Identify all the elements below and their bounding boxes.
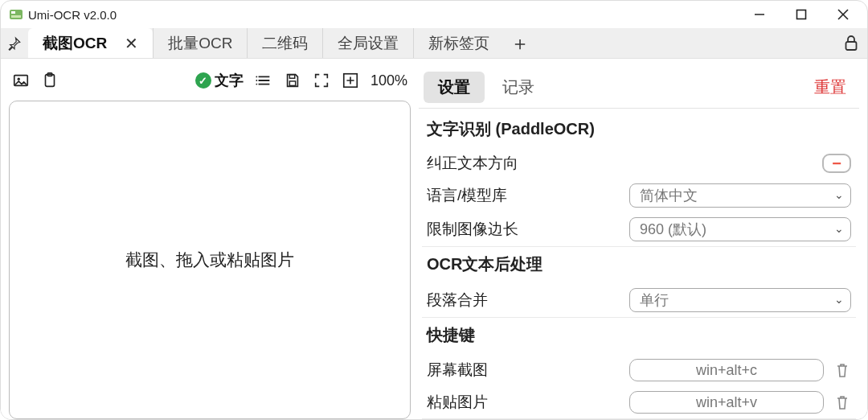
drop-area[interactable]: 截图、拖入或粘贴图片 [9,101,411,419]
chevron-down-icon: ⌄ [834,188,844,201]
drop-hint: 截图、拖入或粘贴图片 [125,249,294,271]
section-hotkey: 快捷键 [422,317,856,354]
reset-button[interactable]: 重置 [814,76,854,98]
left-panel: ✓ 文字 100% 截图、拖入或粘贴图片 [9,67,411,419]
section-after: 识图后的操作 [422,418,856,419]
subtab-settings[interactable]: 设置 [424,72,485,103]
orientation-label: 纠正文本方向 [427,153,620,174]
result-mode-button[interactable]: ✓ 文字 [195,71,244,90]
tab-screenshot-ocr[interactable]: 截图OCR ✕ [28,28,153,58]
check-icon: ✓ [195,72,211,89]
zoom-percent[interactable]: 100% [371,72,407,89]
minimize-button[interactable] [739,2,780,27]
language-label: 语言/模型库 [427,185,620,206]
svg-point-16 [256,80,257,81]
clipboard-icon[interactable] [41,72,59,89]
screenshot-hotkey-input[interactable]: win+alt+c [629,359,824,381]
language-value: 简体中文 [640,186,698,205]
fullscreen-icon[interactable] [313,72,330,89]
tab-label: 截图OCR [43,33,107,54]
titlebar: Umi-OCR v2.0.0 [1,1,867,28]
row-limit: 限制图像边长 960 (默认) ⌄ [422,212,856,246]
orientation-toggle[interactable]: − [822,154,851,173]
tab-global-settings[interactable]: 全局设置 [322,28,413,58]
limit-select[interactable]: 960 (默认) ⌄ [629,217,851,241]
subtab-records[interactable]: 记录 [488,72,549,103]
svg-point-15 [256,76,257,78]
limit-label: 限制图像边长 [427,219,620,240]
tab-label: 批量OCR [168,33,232,54]
tab-new-tab[interactable]: 新标签页 [413,28,504,58]
row-orientation: 纠正文本方向 − [422,148,856,179]
list-icon[interactable] [255,72,272,89]
content: ✓ 文字 100% 截图、拖入或粘贴图片 设置 记录 [1,59,867,419]
maximize-button[interactable] [780,2,822,27]
row-paragraph: 段落合并 单行 ⌄ [422,283,856,317]
left-toolbar: ✓ 文字 100% [9,67,411,94]
svg-rect-19 [289,81,295,86]
paragraph-value: 单行 [640,290,669,310]
section-ocr: 文字识别 (PaddleOCR) [422,113,856,148]
screenshot-label: 屏幕截图 [427,360,620,381]
chevron-down-icon: ⌄ [834,293,844,306]
save-icon[interactable] [284,72,301,89]
svg-rect-2 [11,15,21,18]
pin-button[interactable] [1,28,28,58]
lock-button[interactable] [835,28,867,58]
add-tab-button[interactable]: ＋ [504,28,536,58]
chevron-down-icon: ⌄ [834,222,844,235]
close-button[interactable] [822,2,864,27]
tab-batch-ocr[interactable]: 批量OCR [153,28,247,58]
svg-rect-18 [289,75,294,79]
tab-qrcode[interactable]: 二维码 [247,28,322,58]
tabstrip: 截图OCR ✕ 批量OCR 二维码 全局设置 新标签页 ＋ [1,28,867,59]
svg-rect-0 [10,10,23,19]
window-title: Umi-OCR v2.0.0 [28,8,117,22]
svg-rect-1 [11,11,15,14]
settings-panel: 文字识别 (PaddleOCR) 纠正文本方向 − 语言/模型库 简体中文 ⌄ … [419,109,859,419]
image-icon[interactable] [12,72,30,89]
paste-hotkey-input[interactable]: win+alt+v [629,391,824,414]
svg-point-9 [18,78,20,80]
fit-icon[interactable] [342,72,359,89]
paragraph-label: 段落合并 [427,290,620,311]
paste-label: 粘贴图片 [427,392,620,413]
limit-value: 960 (默认) [640,220,706,239]
result-mode-label: 文字 [215,71,244,90]
row-paste-hotkey: 粘贴图片 win+alt+v [422,386,856,418]
trash-icon[interactable] [833,393,851,411]
section-post: OCR文本后处理 [422,246,856,283]
tab-label: 新标签页 [428,33,489,54]
row-language: 语言/模型库 简体中文 ⌄ [422,179,856,212]
svg-rect-4 [797,10,806,19]
language-select[interactable]: 简体中文 ⌄ [629,183,851,208]
right-subtabs: 设置 记录 重置 [419,67,859,109]
row-screenshot-hotkey: 屏幕截图 win+alt+c [422,354,856,386]
trash-icon[interactable] [833,361,851,379]
paragraph-select[interactable]: 单行 ⌄ [629,288,851,312]
app-icon [9,7,23,22]
close-tab-icon[interactable]: ✕ [125,34,138,53]
svg-rect-7 [846,42,857,50]
tab-label: 二维码 [262,33,308,54]
svg-point-17 [256,84,257,85]
tab-label: 全局设置 [338,33,399,54]
right-panel: 设置 记录 重置 文字识别 (PaddleOCR) 纠正文本方向 − 语言/模型… [419,67,859,419]
